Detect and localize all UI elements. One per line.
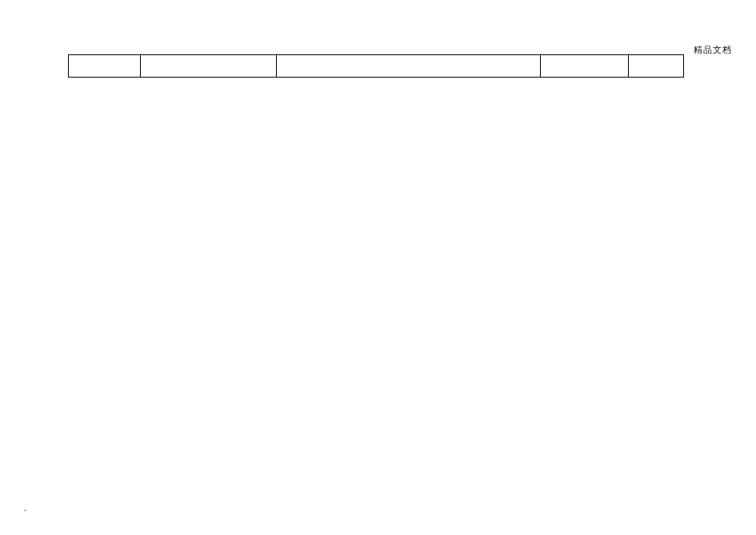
content-table — [68, 54, 684, 78]
page-watermark: 精品文档 — [694, 44, 732, 56]
table-cell — [276, 55, 540, 78]
table-cell — [69, 55, 141, 78]
content-table-container — [68, 54, 684, 78]
table-cell — [540, 55, 628, 78]
table-cell — [628, 55, 683, 78]
table-cell — [140, 55, 276, 78]
footer-mark: . — [24, 503, 26, 513]
table-row — [69, 55, 684, 78]
